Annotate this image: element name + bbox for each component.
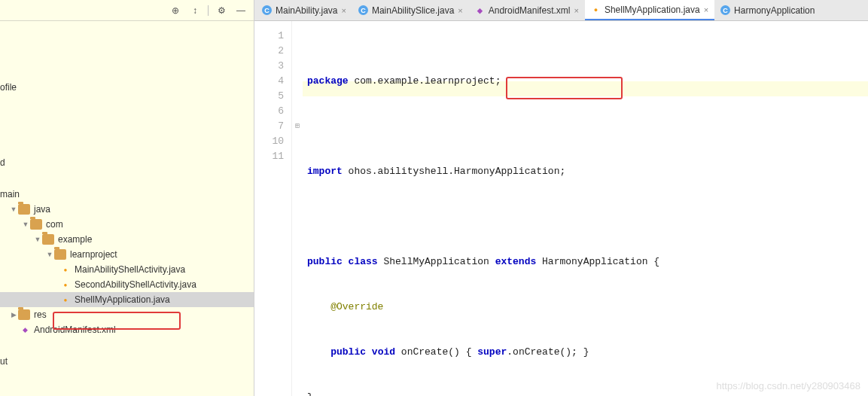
tree-file[interactable]: SecondAbilityShellActivity.java [0, 277, 254, 292]
fold-icon[interactable]: ⊞ [292, 119, 303, 134]
folder-icon [54, 249, 66, 260]
tab-harmonyapplication[interactable]: CHarmonyApplication [714, 0, 821, 20]
class-icon: C [720, 5, 730, 15]
java-file-icon [60, 264, 71, 275]
collapse-icon[interactable]: ↕ [188, 4, 202, 17]
toolbar-separator [208, 5, 209, 16]
code-editor[interactable]: 1 2 3 4 5 6 7 10 11 ⊞ package com.exampl… [254, 21, 868, 396]
class-icon: C [262, 5, 272, 15]
tree-folder-learnproject[interactable]: ▼learnproject [0, 247, 254, 262]
sidebar-toolbar: ⊕ ↕ ⚙ — [0, 0, 254, 21]
watermark: https://blog.csdn.net/y280903468 [716, 380, 860, 391]
tab-androidmanifest[interactable]: ◆AndroidManifest.xml× [469, 0, 585, 20]
project-tree[interactable]: ofile d main ▼java ▼com ▼example ▼learnp… [0, 21, 254, 375]
folder-icon [42, 234, 54, 245]
tree-file-selected[interactable]: ShellMyApplication.java [0, 292, 254, 307]
close-icon[interactable]: × [458, 6, 462, 15]
tree-file[interactable]: MainAbilityShellActivity.java [0, 262, 254, 277]
folder-icon [18, 309, 30, 320]
tab-shellmyapplication[interactable]: ●ShellMyApplication.java× [585, 0, 714, 20]
line-gutter: 1 2 3 4 5 6 7 10 11 [254, 21, 292, 396]
tree-folder-java[interactable]: ▼java [0, 202, 254, 217]
code-content[interactable]: package com.example.learnproject; import… [303, 21, 868, 396]
target-icon[interactable]: ⊕ [169, 4, 182, 17]
tree-folder-example[interactable]: ▼example [0, 232, 254, 247]
close-icon[interactable]: × [574, 6, 578, 15]
tab-mainability[interactable]: CMainAbility.java× [256, 0, 352, 20]
close-icon[interactable]: × [704, 5, 708, 14]
java-file-icon [60, 279, 71, 290]
tree-item[interactable]: d [0, 155, 254, 170]
editor-area: CMainAbility.java× CMainAbilitySlice.jav… [254, 0, 868, 396]
java-icon: ● [591, 5, 601, 14]
gear-icon[interactable]: ⚙ [215, 4, 228, 17]
java-file-icon [60, 294, 71, 305]
tab-mainabilityslice[interactable]: CMainAbilitySlice.java× [352, 0, 469, 20]
highlight-box-tree [53, 312, 181, 330]
editor-tabs: CMainAbility.java× CMainAbilitySlice.jav… [254, 0, 868, 21]
tree-item[interactable]: ofile [0, 80, 254, 95]
xml-icon: ◆ [475, 5, 485, 15]
xml-file-icon [20, 324, 30, 335]
folder-icon [30, 219, 42, 230]
highlight-box-code [506, 77, 623, 99]
tree-item[interactable]: main [0, 187, 254, 202]
folder-icon [18, 204, 30, 215]
fold-gutter: ⊞ [292, 21, 303, 396]
class-icon: C [358, 5, 368, 15]
tree-folder-com[interactable]: ▼com [0, 217, 254, 232]
tree-item[interactable]: ut [0, 354, 254, 369]
close-icon[interactable]: × [341, 6, 346, 15]
project-sidebar: ⊕ ↕ ⚙ — ofile d main ▼java ▼com ▼example… [0, 0, 254, 396]
hide-icon[interactable]: — [234, 4, 248, 17]
